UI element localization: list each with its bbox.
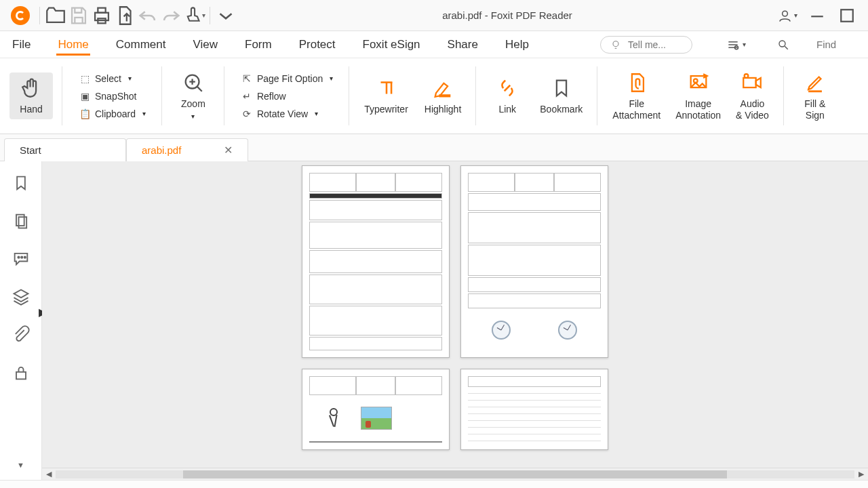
pen-icon: [804, 71, 827, 94]
more-panels-icon[interactable]: ▼: [12, 455, 31, 474]
menu-share[interactable]: Share: [446, 34, 479, 56]
menu-form[interactable]: Form: [243, 34, 273, 56]
document-area: ▶ ▼: [0, 161, 868, 480]
attachment-icon: [625, 71, 648, 94]
select-icon: ⬚: [79, 73, 91, 84]
minimize-icon[interactable]: [807, 5, 827, 26]
scroll-right-icon[interactable]: ▶: [854, 470, 868, 479]
typewriter-icon: [375, 77, 398, 100]
menu-protect[interactable]: Protect: [298, 34, 337, 56]
menu-bar: File Home Comment View Form Protect Foxi…: [0, 31, 868, 58]
close-tab-icon[interactable]: ✕: [224, 144, 233, 157]
reflow-icon: ↵: [241, 91, 253, 102]
pdf-page-thumbnail[interactable]: [460, 369, 608, 450]
save-icon: [67, 4, 90, 27]
pages-panel-icon[interactable]: [12, 211, 31, 230]
menu-comment[interactable]: Comment: [115, 34, 167, 56]
find-input[interactable]: [816, 39, 857, 50]
tell-me-search[interactable]: [600, 36, 692, 54]
tab-start[interactable]: Start: [4, 138, 126, 161]
svg-rect-25: [18, 217, 26, 228]
image-annotation-button[interactable]: Image Annotation: [670, 67, 726, 124]
horizontal-scrollbar[interactable]: ◀ ▶: [42, 468, 868, 480]
clock-illustration: [492, 321, 511, 340]
clipboard-button[interactable]: 📋Clipboard▾: [76, 107, 149, 121]
file-attachment-button[interactable]: File Attachment: [607, 67, 666, 124]
rotate-view-button[interactable]: ⟳Rotate View▾: [238, 107, 336, 121]
link-icon: [496, 77, 519, 100]
menu-view[interactable]: View: [191, 34, 219, 56]
title-bar: ▾ arabi.pdf - Foxit PDF Reader ▾: [0, 0, 868, 31]
print-icon[interactable]: [90, 4, 113, 27]
export-icon[interactable]: [113, 4, 136, 27]
zoom-icon: [182, 71, 205, 94]
pdf-page-thumbnail[interactable]: [302, 165, 450, 358]
image-icon: [687, 71, 710, 94]
clipboard-icon: 📋: [79, 108, 91, 119]
reflow-button[interactable]: ↵Reflow: [238, 89, 336, 103]
security-panel-icon[interactable]: [12, 363, 31, 382]
open-icon[interactable]: [44, 4, 67, 27]
svg-point-6: [613, 41, 618, 46]
side-panel: ▶ ▼: [0, 161, 42, 480]
scroll-left-icon[interactable]: ◀: [42, 470, 56, 479]
comments-panel-icon[interactable]: [12, 249, 31, 268]
zoom-button[interactable]: Zoom▾: [172, 67, 215, 124]
bookmark-button[interactable]: Bookmark: [534, 73, 588, 119]
document-tab-strip: Start arabi.pdf ✕: [0, 134, 868, 161]
pdf-page-thumbnail[interactable]: [302, 369, 450, 450]
video-icon: [741, 71, 764, 94]
highlight-icon: [431, 77, 454, 100]
svg-point-27: [21, 257, 22, 258]
find-icon[interactable]: [777, 39, 789, 51]
camera-icon: ▣: [79, 91, 91, 102]
scroll-thumb[interactable]: [183, 470, 726, 479]
svg-rect-24: [16, 215, 24, 226]
menu-home[interactable]: Home: [56, 34, 90, 56]
app-logo: [11, 6, 30, 25]
account-icon[interactable]: ▾: [777, 5, 797, 26]
svg-point-3: [783, 11, 788, 16]
link-button[interactable]: Link: [486, 73, 529, 119]
bookmarks-panel-icon[interactable]: [12, 174, 31, 192]
quick-access-dropdown-icon[interactable]: [214, 4, 237, 27]
maximize-icon[interactable]: [837, 5, 857, 26]
ribbon: Hand ⬚Select▾ ▣SnapShot 📋Clipboard▾ Zoom…: [0, 58, 868, 134]
page-viewport[interactable]: [42, 161, 868, 468]
audio-video-button[interactable]: Audio & Video: [730, 67, 774, 124]
typewriter-button[interactable]: Typewriter: [359, 73, 414, 119]
fill-sign-button[interactable]: Fill & Sign: [793, 67, 837, 124]
list-settings-icon[interactable]: ▾: [726, 38, 746, 52]
layers-panel-icon[interactable]: [12, 287, 31, 306]
page-fit-button[interactable]: ⇱Page Fit Option▾: [238, 72, 336, 85]
highlight-button[interactable]: Highlight: [419, 73, 467, 119]
attachments-panel-icon[interactable]: [12, 325, 31, 344]
status-bar: [0, 480, 868, 488]
svg-point-28: [24, 257, 25, 258]
svg-point-26: [18, 257, 19, 258]
hand-tool-button[interactable]: Hand: [9, 73, 53, 119]
tab-document[interactable]: arabi.pdf ✕: [126, 138, 248, 161]
touch-mode-icon[interactable]: ▾: [182, 4, 205, 27]
svg-rect-1: [98, 7, 105, 12]
svg-line-16: [197, 87, 202, 92]
svg-rect-29: [16, 372, 26, 380]
svg-rect-21: [744, 78, 756, 87]
snapshot-button[interactable]: ▣SnapShot: [76, 89, 149, 103]
svg-line-12: [785, 46, 788, 49]
svg-rect-0: [95, 12, 108, 20]
svg-point-22: [745, 75, 749, 79]
tell-me-input[interactable]: [628, 39, 682, 50]
picture-illustration: [361, 407, 392, 430]
menu-esign[interactable]: Foxit eSign: [361, 34, 422, 56]
menu-help[interactable]: Help: [504, 34, 530, 56]
redo-icon: [159, 4, 182, 27]
bookmark-icon: [550, 77, 573, 100]
select-button[interactable]: ⬚Select▾: [76, 72, 149, 85]
keys-illustration: [323, 408, 347, 428]
svg-rect-5: [841, 9, 853, 22]
rotate-icon: ⟳: [241, 108, 253, 119]
hand-icon: [20, 77, 43, 100]
menu-file[interactable]: File: [11, 34, 32, 56]
pdf-page-thumbnail[interactable]: [460, 165, 608, 358]
